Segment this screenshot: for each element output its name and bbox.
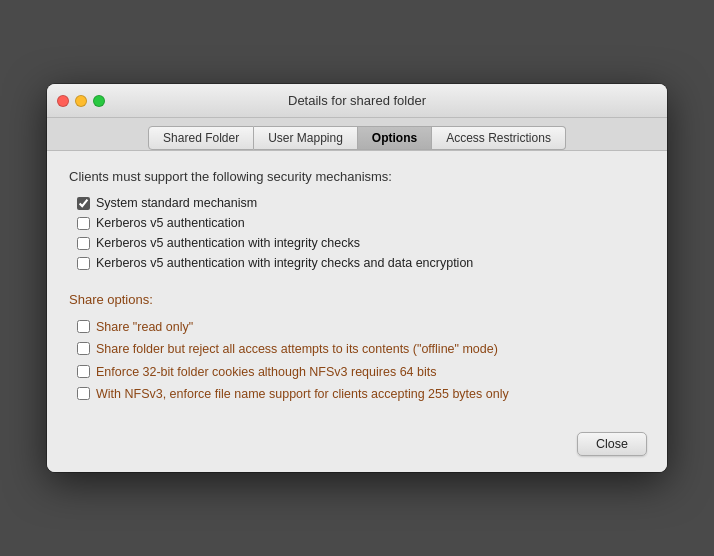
label-kerberos-auth: Kerberos v5 authentication	[96, 216, 245, 230]
tabs-bar: Shared Folder User Mapping Options Acces…	[47, 118, 667, 151]
close-button[interactable]: Close	[577, 432, 647, 456]
traffic-lights	[57, 95, 105, 107]
share-options-group: Share "read only" Share folder but rejec…	[77, 319, 645, 402]
tab-user-mapping[interactable]: User Mapping	[254, 126, 358, 150]
label-nfsv3-255bytes: With NFSv3, enforce file name support fo…	[96, 386, 509, 402]
share-option-read-only[interactable]: Share "read only"	[77, 319, 645, 335]
share-option-nfsv3-255bytes[interactable]: With NFSv3, enforce file name support fo…	[77, 386, 645, 402]
close-traffic-light[interactable]	[57, 95, 69, 107]
checkbox-nfsv3-255bytes[interactable]	[77, 387, 90, 400]
checkbox-kerberos-auth[interactable]	[77, 217, 90, 230]
maximize-traffic-light[interactable]	[93, 95, 105, 107]
security-options-group: System standard mechanism Kerberos v5 au…	[77, 196, 645, 270]
window-title: Details for shared folder	[288, 93, 426, 108]
titlebar: Details for shared folder	[47, 84, 667, 118]
label-kerberos-integrity: Kerberos v5 authentication with integrit…	[96, 236, 360, 250]
label-cookies-32bit: Enforce 32-bit folder cookies although N…	[96, 364, 436, 380]
share-options-title: Share options:	[69, 292, 645, 307]
checkbox-read-only[interactable]	[77, 320, 90, 333]
checkbox-kerberos-integrity[interactable]	[77, 237, 90, 250]
security-option-system-standard[interactable]: System standard mechanism	[77, 196, 645, 210]
checkbox-cookies-32bit[interactable]	[77, 365, 90, 378]
tab-access-restrictions[interactable]: Access Restrictions	[432, 126, 566, 150]
tab-options[interactable]: Options	[358, 126, 432, 150]
checkbox-offline-mode[interactable]	[77, 342, 90, 355]
checkbox-system-standard[interactable]	[77, 197, 90, 210]
security-section-title: Clients must support the following secur…	[69, 169, 645, 184]
label-kerberos-encryption: Kerberos v5 authentication with integrit…	[96, 256, 473, 270]
footer: Close	[47, 418, 667, 472]
minimize-traffic-light[interactable]	[75, 95, 87, 107]
checkbox-kerberos-encryption[interactable]	[77, 257, 90, 270]
content-area: Clients must support the following secur…	[47, 151, 667, 418]
security-option-kerberos-encryption[interactable]: Kerberos v5 authentication with integrit…	[77, 256, 645, 270]
share-option-offline-mode[interactable]: Share folder but reject all access attem…	[77, 341, 645, 357]
label-offline-mode: Share folder but reject all access attem…	[96, 341, 498, 357]
tab-shared-folder[interactable]: Shared Folder	[148, 126, 254, 150]
security-option-kerberos-integrity[interactable]: Kerberos v5 authentication with integrit…	[77, 236, 645, 250]
share-option-cookies-32bit[interactable]: Enforce 32-bit folder cookies although N…	[77, 364, 645, 380]
label-system-standard: System standard mechanism	[96, 196, 257, 210]
security-option-kerberos-auth[interactable]: Kerberos v5 authentication	[77, 216, 645, 230]
main-window: Details for shared folder Shared Folder …	[47, 84, 667, 472]
label-read-only: Share "read only"	[96, 319, 193, 335]
